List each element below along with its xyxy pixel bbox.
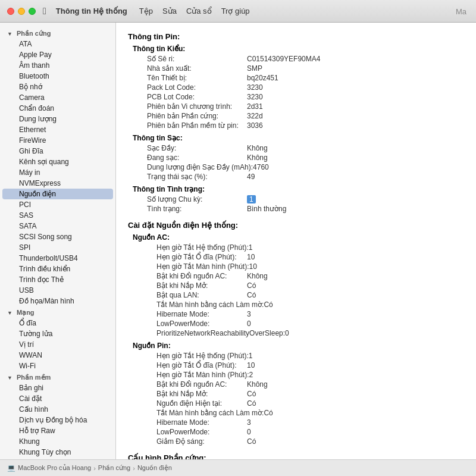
table-row: Hẹn giờ Tắt Ổ đĩa (Phút): 10	[128, 361, 464, 370]
sidebar-item-khung[interactable]: Khung	[2, 436, 113, 447]
field-label: Hibernate Mode:	[128, 310, 247, 318]
table-row: Giảm Độ sáng: Có	[128, 437, 464, 446]
sidebar-item-pci[interactable]: PCI	[2, 199, 113, 210]
sidebar-item-camera[interactable]: Camera	[2, 92, 113, 103]
status-bar: 💻 MacBook Pro của Hoang › Phần cứng › Ng…	[0, 459, 476, 476]
table-row: Nguồn điện Hiện tại: Có	[128, 399, 464, 408]
sidebar-item-usb[interactable]: USB	[2, 285, 113, 296]
content-area: Thông tin Pin: Thông tin Kiểu: Số Sê ri:…	[116, 23, 476, 459]
menu-tro-giup[interactable]: Trợ giúp	[221, 7, 250, 15]
sidebar-item-nguon-dien[interactable]: Nguồn điện	[2, 189, 113, 199]
maximize-button[interactable]	[29, 8, 36, 15]
sidebar-item-ethernet[interactable]: Ethernet	[2, 124, 113, 135]
battery-power-table: Hẹn giờ Tắt Hệ thống (Phút): 1 Hẹn giờ T…	[128, 351, 464, 446]
table-row: Bật khi Nắp Mở: Có	[128, 281, 464, 290]
sidebar-item-cai-dat[interactable]: Cài đặt	[2, 393, 113, 404]
field-label: Tình trạng:	[128, 205, 247, 213]
field-value: Có	[264, 409, 273, 417]
sidebar-item-ban-ghi[interactable]: Bản ghi	[2, 383, 113, 393]
sidebar-item-dung-luong[interactable]: Dung lượng	[2, 114, 113, 124]
sidebar-item-ho-tro-raw[interactable]: Hỗ trợ Raw	[2, 425, 113, 436]
field-label: Hibernate Mode:	[128, 418, 247, 427]
field-label: Hẹn giờ Tắt Hệ thống (Phút):	[128, 243, 249, 252]
minimize-button[interactable]	[18, 8, 25, 15]
table-row: Bật khi Đổi nguồn AC: Không	[128, 271, 464, 281]
sidebar-item-thunderbolt[interactable]: Thunderbolt/USB4	[2, 253, 113, 264]
sidebar-item-firewire[interactable]: FireWire	[2, 135, 113, 146]
sidebar-item-chan-doan[interactable]: Chẩn đoán	[2, 103, 113, 114]
menu-bar: Tệp Sửa Cửa sổ Trợ giúp	[139, 7, 250, 15]
sidebar-item-tuong-lua[interactable]: Tường lửa	[2, 328, 113, 339]
sidebar-item-wifi[interactable]: Wi-Fi	[2, 361, 113, 371]
sidebar-item-may-khach[interactable]: Máy khách được quản lý	[2, 458, 113, 459]
field-label: Dung lượng điện Sạc Đầy (mAh):	[128, 163, 253, 171]
sidebar-item-cau-hinh[interactable]: Cấu hình	[2, 404, 113, 415]
field-label: Đang sạc:	[128, 154, 247, 162]
field-value: 3230	[247, 83, 263, 92]
sidebar-section-phan-mem[interactable]: ▼ Phần mềm	[0, 371, 115, 383]
sidebar-item-scsi-song-song[interactable]: SCSI Song song	[2, 231, 113, 242]
field-value: Có	[247, 390, 256, 398]
collapse-arrow-phan-mem: ▼	[7, 375, 12, 381]
table-row: LowPowerMode: 0	[128, 319, 464, 328]
field-label: Tắt Màn hình bằng cách Làm mờ:	[128, 300, 264, 309]
sidebar-item-kenh-soi-quang[interactable]: Kênh sợi quang	[2, 156, 113, 167]
breadcrumb-item-2: Nguồn điện	[137, 464, 172, 472]
sidebar-item-am-thanh[interactable]: Âm thanh	[2, 60, 113, 71]
field-label: Nhà sản xuất:	[128, 64, 247, 73]
field-value: 10	[247, 253, 255, 261]
field-label: Số lượng Chu kỳ:	[128, 195, 247, 203]
sidebar-section-mang[interactable]: ▼ Mạng	[0, 306, 115, 318]
field-label: PrioritizeNetworkReachabilityOverSleep:	[128, 329, 285, 337]
table-row: Hẹn giờ Tắt Ổ đĩa (Phút): 10	[128, 252, 464, 262]
mac-text: Ma	[456, 7, 466, 15]
field-label: Phiên bản Vi chương trình:	[128, 102, 247, 111]
field-label: Bật khi Đổi nguồn AC:	[128, 272, 247, 280]
table-row: Hẹn giờ Tắt Màn hình (Phút): 2	[128, 370, 464, 380]
sidebar-item-do-hoa[interactable]: Đồ họa/Màn hình	[2, 296, 113, 306]
field-label: Pack Lot Code:	[128, 83, 247, 92]
sidebar-item-apple-pay[interactable]: Apple Pay	[2, 49, 113, 60]
field-label: Trạng thái sạc (%):	[128, 173, 247, 181]
field-value: Có	[247, 437, 256, 446]
field-label: Giảm Độ sáng:	[128, 437, 247, 446]
field-value: Có	[264, 300, 273, 309]
system-power-title: Cài đặt Nguồn điện Hệ thống:	[128, 221, 464, 230]
sidebar-item-spi[interactable]: SPI	[2, 242, 113, 253]
collapse-arrow-mang: ▼	[7, 310, 12, 316]
sidebar-item-ata[interactable]: ATA	[2, 39, 113, 49]
table-row: Phiên bản Phần cứng: 322d	[128, 111, 464, 121]
field-value: Không	[247, 380, 268, 389]
menu-tep[interactable]: Tệp	[139, 7, 153, 15]
apple-menu[interactable]: 	[43, 6, 46, 17]
sidebar-item-may-in[interactable]: Máy in	[2, 167, 113, 178]
sidebar-item-sas[interactable]: SAS	[2, 210, 113, 221]
sidebar-item-dich-vu-dong-bo[interactable]: Dịch vụ Đồng bộ hóa	[2, 415, 113, 425]
sidebar-item-wwan[interactable]: WWAN	[2, 350, 113, 361]
field-value: Không	[247, 144, 268, 152]
table-row: Hẹn giờ Tắt Hệ thống (Phút): 1	[128, 243, 464, 252]
sidebar-item-nvmexpress[interactable]: NVMExpress	[2, 178, 113, 189]
sidebar-item-khung-tuy-chon[interactable]: Khung Tùy chọn	[2, 447, 113, 458]
battery-type-table: Số Sê ri: C01514309YEF90MA4 Nhà sản xuất…	[128, 54, 464, 130]
table-row: Hibernate Mode: 3	[128, 309, 464, 319]
sidebar-item-ghi-dia[interactable]: Ghi Đĩa	[2, 146, 113, 156]
menu-cua-so[interactable]: Cửa sổ	[186, 7, 212, 15]
sidebar-item-sata[interactable]: SATA	[2, 221, 113, 231]
field-value: 2	[249, 371, 253, 379]
breadcrumb-item-0: MacBook Pro của Hoang	[18, 464, 91, 472]
sidebar-item-bo-nho[interactable]: Bộ nhớ	[2, 82, 113, 92]
table-row: Tên Thiết bị: bq20z451	[128, 73, 464, 83]
sidebar-item-trinh-dieu-khien[interactable]: Trình điều khiển	[2, 264, 113, 274]
field-value: 3230	[247, 93, 263, 101]
menu-sua[interactable]: Sửa	[162, 7, 177, 15]
sidebar-item-o-dia[interactable]: Ổ đĩa	[2, 318, 113, 328]
field-value: Bình thường	[247, 205, 286, 213]
field-label: LowPowerMode:	[128, 320, 247, 328]
sidebar-item-bluetooth[interactable]: Bluetooth	[2, 71, 113, 82]
sidebar-item-trinh-doc-the[interactable]: Trình đọc Thẻ	[2, 274, 113, 285]
sidebar-section-phan-cung[interactable]: ▼ Phần cứng	[0, 27, 115, 39]
field-label: Hẹn giờ Tắt Ổ đĩa (Phút):	[128, 361, 247, 369]
close-button[interactable]	[7, 8, 14, 15]
sidebar-item-vi-tri[interactable]: Vị trí	[2, 339, 113, 350]
